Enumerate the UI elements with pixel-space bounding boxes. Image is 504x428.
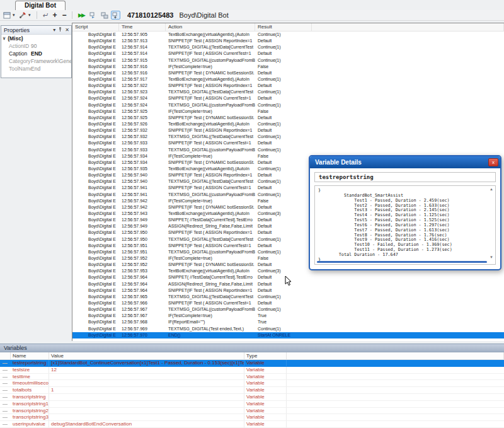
properties-group-misc[interactable]: ∨ (Misc) [1,35,71,42]
close-icon[interactable]: ✕ [65,27,69,33]
cell: Variable [244,401,287,407]
variables-panel: Variables Name Value Type testreportstri… [0,344,504,428]
property-row-caption[interactable]: Caption END [1,50,71,57]
log-column-time[interactable]: Time [119,23,166,31]
cell: Boyd\Digital E [72,185,119,191]
table-row[interactable]: Boyd\Digital E12:56:57.970END()StartAt O… [72,332,504,338]
list-item[interactable]: testsize12Variable [0,367,504,374]
resume-icon[interactable]: ▶▶ [76,11,86,20]
cell: testtime [11,374,49,380]
pushpin-icon[interactable] [58,26,62,33]
list-item[interactable]: transcriptstring2Variable [0,408,504,415]
table-row[interactable]: Boyd\Digital E12:56:57.923TEXTMSG_DIGITA… [72,89,504,95]
cell: SNIPPET(IF Test ( ASSIGN ReportIndex=1 [166,127,255,134]
log-column-action[interactable]: Action [166,23,255,31]
cell [49,414,244,420]
log-column-script[interactable]: Script [72,23,119,31]
cell: SNIPPET(IF Test ( ASSIGN ReportIndex=1 [166,287,255,294]
table-row[interactable]: Boyd\Digital E12:56:57.915TEXTMSG_DIGITA… [72,57,504,64]
cell: 12:56:57.942 [119,204,166,211]
step-over-icon[interactable] [88,11,98,20]
horizontal-scrollbar[interactable] [317,261,487,263]
properties-title: Properties [4,27,30,33]
list-item[interactable]: testreportstring[x1]StandardBot_Continue… [0,360,504,367]
properties-title-bar: Properties ▾ ✕ [1,26,71,35]
window-menu-icon[interactable]: ▾ [53,27,55,33]
list-item[interactable]: totalbots1Variable [0,387,504,394]
table-row[interactable]: Boyd\Digital E12:56:57.916SNIPPET(IF Tes… [72,70,504,76]
toolbar: ▾ ▾ ↵ + − ▶▶ 471810125483 Boyd\Digital B… [0,10,504,21]
list-item[interactable]: userinputvaluedebugStandardBotEndConvers… [0,421,504,428]
log-column-filler [312,23,504,31]
cell: 12:56:57.932 [119,134,166,140]
list-item[interactable]: transcriptstringVariable [0,394,504,401]
cell [49,401,244,407]
log-column-result[interactable]: Result [255,23,312,31]
table-row[interactable]: Boyd\Digital E12:56:57.914SNIPPET(IF Tes… [72,50,504,57]
table-row[interactable]: Boyd\Digital E12:56:57.914TEXTMSG_DIGITA… [72,44,504,50]
add-icon[interactable]: + [51,11,59,20]
cell: 12:56:57.934 [119,153,166,159]
variables-column-type[interactable]: Type [244,352,287,359]
step-out-icon[interactable] [111,11,120,20]
list-item[interactable]: timeoutmillisecondsVariable [0,380,504,387]
table-row[interactable]: Boyd\Digital E12:56:57.913SNIPPET(IF Tes… [72,38,504,44]
cell: Continue(1) [255,236,312,243]
table-row[interactable]: Boyd\Digital E12:56:57.905TextBotExchang… [72,32,504,38]
variables-column-name[interactable]: Name [11,352,49,359]
property-row-toolname[interactable]: ToolName End [1,65,71,72]
tools-dropdown-icon[interactable]: ▾ [28,13,33,18]
tab-digital-bot[interactable]: Digital Bot [15,1,66,10]
cell: Variable [244,374,287,380]
scroll-down-icon[interactable]: ▼ [490,255,493,259]
list-item[interactable]: transcriptstring1Variable [0,401,504,408]
table-row[interactable]: Boyd\Digital E12:56:57.917TextBotExchang… [72,76,504,83]
close-icon[interactable]: x [488,158,498,166]
table-row[interactable]: Boyd\Digital E12:56:57.965TEXTMSG_DIGITA… [72,294,504,300]
table-row[interactable]: Boyd\Digital E12:56:57.968IF(ReportEmail… [72,319,504,325]
cell: Boyd\Digital E [72,223,119,229]
remove-icon[interactable]: − [60,11,68,20]
cell: Default [255,83,312,89]
variable-name-input[interactable]: testreportstring [314,172,496,182]
cell [0,401,11,407]
property-row-actionid[interactable]: ActionID 90 [1,42,71,50]
list-item[interactable]: testtimeVariable [0,374,504,381]
layout-dropdown-icon[interactable]: ▾ [13,13,17,18]
variables-column-value[interactable]: Value [49,352,244,359]
cell: Variable [244,367,287,373]
dialog-title-bar[interactable]: Variable Details x [310,156,500,168]
toolbar-separator [72,11,72,19]
table-row[interactable]: Boyd\Digital E12:56:57.933SNIPPET(IF Tes… [72,140,504,146]
layout-icon[interactable] [3,11,11,20]
table-row[interactable]: Boyd\Digital E12:56:57.924TEXTMSG_DIGITA… [72,102,504,108]
table-row[interactable]: Boyd\Digital E12:56:57.916IF(TestComplet… [72,64,504,70]
table-row[interactable]: Boyd\Digital E12:56:57.966SNIPPET(IF Tes… [72,300,504,306]
table-row[interactable]: Boyd\Digital E12:56:57.967TEXTMSG_DIGITA… [72,306,504,313]
table-row[interactable]: Boyd\Digital E12:56:57.969TEXTMSG_DIGITA… [72,325,504,332]
property-label: Category [1,58,31,64]
table-row[interactable]: Boyd\Digital E12:56:57.925IF(TestComplet… [72,108,504,115]
table-row[interactable]: Boyd\Digital E12:56:57.964SNIPPET(IF Tes… [72,287,504,294]
tools-icon[interactable] [19,11,26,20]
cell: Continue(1) [255,89,312,95]
step-into-icon[interactable] [100,11,109,20]
cell: Boyd\Digital E [72,95,119,101]
list-item[interactable]: transcriptstring3Variable [0,414,504,421]
property-row-category[interactable]: Category Framework\General [1,57,71,65]
tab-label: Digital Bot [25,2,56,9]
table-row[interactable]: Boyd\Digital E12:56:57.967IF(TestComplet… [72,313,504,319]
table-row[interactable]: Boyd\Digital E12:56:57.932TEXTMSG_DIGITA… [72,134,504,140]
scroll-up-icon[interactable]: ▲ [490,187,493,191]
table-row[interactable]: Boyd\Digital E12:56:57.925SNIPPET(IF Tes… [72,115,504,121]
cell: TEXTMSG_DIGITAL((customPayloadFromB [166,57,255,64]
table-row[interactable]: Boyd\Digital E12:56:57.926TextBotExchang… [72,121,504,127]
cell: Boyd\Digital E [72,44,119,50]
table-row[interactable]: Boyd\Digital E12:56:57.924SNIPPET(IF Tes… [72,95,504,101]
group-label: (Misc) [8,35,23,42]
table-row[interactable]: Boyd\Digital E12:56:57.922SNIPPET(IF Tes… [72,83,504,89]
table-row[interactable]: Boyd\Digital E12:56:57.932SNIPPET(IF Tes… [72,127,504,134]
run-icon[interactable]: ↵ [41,11,49,20]
table-row[interactable]: Boyd\Digital E12:56:57.933TEXTMSG_DIGITA… [72,147,504,153]
cell: Variable [244,421,287,427]
